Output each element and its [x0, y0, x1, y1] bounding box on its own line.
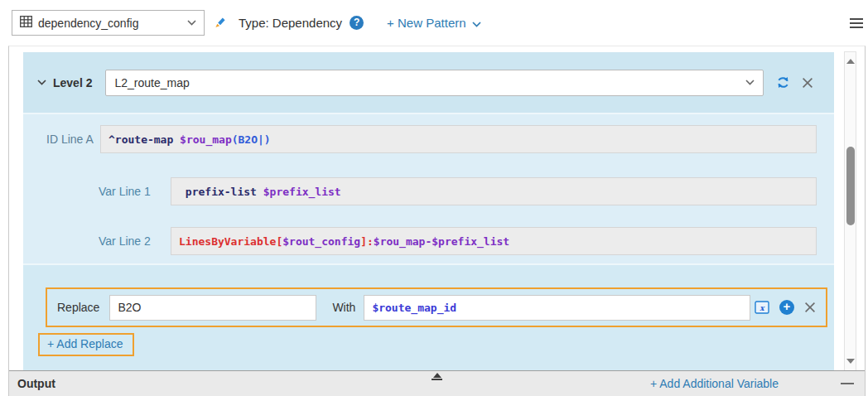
- hamburger-menu-icon[interactable]: [850, 18, 863, 28]
- replace-input[interactable]: [109, 295, 316, 321]
- id-line-a-field[interactable]: ^route-map $rou_map(B2O|): [100, 125, 817, 153]
- level-pattern-select[interactable]: L2_route_map: [105, 70, 764, 96]
- new-pattern-button[interactable]: + New Pattern: [387, 16, 480, 30]
- var-line-1-row: Var Line 1 prefix-list $prefix_list: [99, 177, 834, 205]
- level-header: Level 2 L2_route_map: [23, 52, 834, 114]
- scroll-down-arrow-icon[interactable]: [846, 359, 855, 364]
- output-label: Output: [17, 377, 55, 390]
- help-icon[interactable]: ?: [350, 16, 364, 30]
- plus-circle-icon[interactable]: +: [779, 300, 794, 315]
- collapse-up-icon[interactable]: [432, 373, 442, 380]
- pattern-select-dropdown[interactable]: dependency_config: [12, 10, 205, 36]
- var-line-2-row: Var Line 2 LinesByVariable[$rout_config]…: [99, 227, 834, 255]
- scrollbar-thumb[interactable]: [846, 147, 855, 225]
- var-line-1-field[interactable]: prefix-list $prefix_list: [171, 177, 817, 205]
- replace-section: Replace With $route_map_id x +: [23, 265, 834, 370]
- close-x-icon[interactable]: [802, 77, 813, 89]
- replace-row: Replace With $route_map_id x +: [46, 287, 827, 327]
- with-label: With: [332, 301, 355, 314]
- pattern-select-value: dependency_config: [38, 17, 138, 30]
- replace-row-actions: x +: [755, 300, 816, 315]
- add-replace-button[interactable]: + Add Replace: [38, 333, 134, 356]
- new-pattern-label: + New Pattern: [387, 16, 465, 30]
- level-label: Level 2: [53, 76, 92, 89]
- refresh-icon[interactable]: [775, 75, 791, 90]
- minimize-minus-icon[interactable]: [841, 383, 854, 384]
- scroll-up-arrow-icon[interactable]: [846, 59, 855, 64]
- replace-label: Replace: [57, 301, 99, 314]
- table-grid-icon: [20, 16, 32, 30]
- add-additional-variable-button[interactable]: + Add Additional Variable: [650, 377, 779, 390]
- level-pattern-value: L2_route_map: [114, 76, 189, 89]
- chevron-down-icon: [745, 80, 755, 85]
- type-label: Type: Dependency: [239, 16, 342, 30]
- pattern-lines-body: ID Line A ^route-map $rou_map(B2O|) Var …: [23, 114, 834, 265]
- with-value: $route_map_id: [372, 302, 456, 314]
- fx-variable-icon[interactable]: x: [755, 301, 769, 314]
- var-line-2-label: Var Line 2: [99, 234, 171, 248]
- close-x-icon[interactable]: [804, 302, 816, 313]
- id-line-a-row: ID Line A ^route-map $rou_map(B2O|): [46, 125, 834, 153]
- collapse-chevron-icon[interactable]: [37, 80, 46, 85]
- level-card: Level 2 L2_route_map ID Line A: [23, 52, 834, 370]
- chevron-down-icon: [472, 16, 481, 30]
- with-input[interactable]: $route_map_id: [364, 295, 750, 321]
- chevron-down-icon: [187, 20, 196, 26]
- output-bar: Output + Add Additional Variable: [9, 370, 865, 396]
- edit-pencil-icon[interactable]: [213, 16, 227, 30]
- toolbar: dependency_config Type: Dependency ? + N…: [0, 0, 868, 46]
- pattern-editor-panel: Level 2 L2_route_map ID Line A: [8, 46, 866, 396]
- var-line-2-field[interactable]: LinesByVariable[$rout_config]:$rou_map-$…: [171, 227, 817, 255]
- var-line-1-label: Var Line 1: [99, 185, 171, 198]
- id-line-a-label: ID Line A: [46, 133, 100, 146]
- vertical-scrollbar[interactable]: [844, 51, 856, 371]
